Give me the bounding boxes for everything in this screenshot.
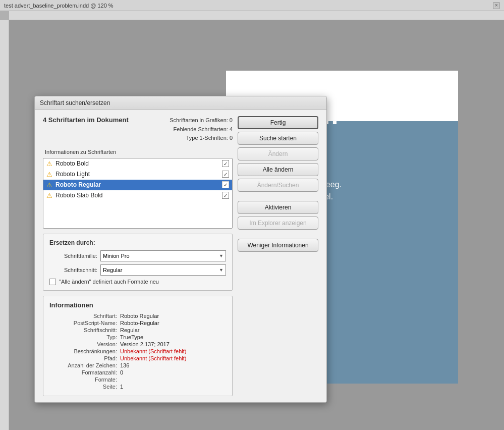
- info-title: Informationen: [49, 301, 226, 309]
- info-row: Seite:1: [49, 384, 226, 390]
- warn-icon-roboto-slab-bold: ⚠: [46, 192, 52, 199]
- info-row: Anzahl der Zeichen:136: [49, 362, 226, 368]
- info-row: Formate:: [49, 377, 226, 383]
- redefine-checkbox[interactable]: [49, 279, 56, 285]
- aendern-suchen-button[interactable]: Ändern/Suchen: [238, 179, 318, 192]
- info-row: Formatanzahl:0: [49, 369, 226, 375]
- weniger-info-button[interactable]: Weniger Informationen: [238, 239, 318, 252]
- stat-in-grafiken: Schriftarten in Grafiken: 0: [170, 116, 233, 125]
- font-checkbox-roboto-bold[interactable]: [222, 160, 229, 167]
- font-list: ⚠ Roboto Bold ⚠ Roboto Light ⚠ Roboto Re…: [43, 158, 233, 229]
- font-name-roboto-slab-bold: Roboto Slab Bold: [55, 192, 222, 199]
- info-rows: Schriftart:Roboto RegularPostScript-Name…: [49, 313, 226, 390]
- replace-section: Ersetzen durch: Schriftfamilie: Minion P…: [43, 234, 233, 291]
- title-bar: test advert_baseline_problem.indd @ 120 …: [0, 0, 504, 11]
- family-field-row: Schriftfamilie: Minion Pro ▼: [49, 250, 226, 261]
- family-arrow-icon: ▼: [219, 253, 223, 258]
- info-row: Typ:TrueType: [49, 334, 226, 340]
- font-name-roboto-regular: Roboto Regular: [55, 181, 222, 188]
- font-checkbox-roboto-light[interactable]: [222, 171, 229, 178]
- font-row-roboto-bold[interactable]: ⚠ Roboto Bold: [43, 158, 232, 169]
- info-row: Version:Version 2.137; 2017: [49, 341, 226, 347]
- fonts-count: 4 Schriftarten im Dokument: [43, 116, 129, 124]
- dialog-title: Schriftart suchen/ersetzen: [35, 96, 326, 110]
- warn-icon-roboto-regular: ⚠: [46, 181, 52, 189]
- dialog-header: 4 Schriftarten im Dokument Schriftarten …: [43, 116, 233, 143]
- font-find-replace-dialog: Schriftart suchen/ersetzen 4 Schriftarte…: [34, 96, 327, 403]
- dialog-right-panel: Fertig Suche starten Ändern Alle ändern …: [238, 116, 318, 396]
- fonts-stats: Schriftarten in Grafiken: 0 Fehlende Sch…: [170, 116, 233, 143]
- alle-aendern-button[interactable]: Alle ändern: [238, 163, 318, 176]
- redefine-label: "Alle ändern" definiert auch Formate neu: [59, 279, 159, 285]
- close-button[interactable]: ×: [493, 2, 500, 9]
- family-label: Schriftfamilie:: [49, 253, 97, 259]
- ruler-horizontal: [9, 11, 504, 20]
- dialog-body: 4 Schriftarten im Dokument Schriftarten …: [35, 110, 326, 402]
- font-checkbox-roboto-slab-bold[interactable]: [222, 192, 229, 199]
- warn-icon-roboto-light: ⚠: [46, 171, 52, 178]
- warn-icon-roboto-bold: ⚠: [46, 160, 52, 168]
- font-checkbox-roboto-regular[interactable]: [222, 181, 229, 188]
- replace-title: Ersetzen durch:: [49, 239, 226, 246]
- info-row: Pfad:Unbekannt (Schriftart fehlt): [49, 355, 226, 361]
- title-bar-text: test advert_baseline_problem.indd @ 120 …: [4, 3, 490, 9]
- im-explorer-button[interactable]: Im Explorer anzeigen: [238, 217, 318, 230]
- fertig-button[interactable]: Fertig: [238, 116, 318, 129]
- font-row-roboto-regular[interactable]: ⚠ Roboto Regular: [43, 180, 232, 190]
- family-value: Minion Pro: [103, 253, 130, 259]
- style-field-row: Schriftschnitt: Regular ▼: [49, 264, 226, 276]
- aktivieren-button[interactable]: Aktivieren: [238, 201, 318, 214]
- redefine-checkbox-row: "Alle ändern" definiert auch Formate neu: [49, 279, 226, 285]
- style-value: Regular: [103, 267, 123, 273]
- font-name-roboto-bold: Roboto Bold: [55, 160, 222, 167]
- style-arrow-icon: ▼: [219, 267, 223, 273]
- stat-fehlende: Fehlende Schriftarten: 4: [170, 125, 233, 134]
- font-list-label: Informationen zu Schriftarten: [43, 148, 233, 156]
- style-select[interactable]: Regular ▼: [100, 264, 226, 276]
- info-section: Informationen Schriftart:Roboto RegularP…: [43, 296, 233, 396]
- ruler-vertical: [0, 20, 9, 430]
- aendern-button[interactable]: Ändern: [238, 147, 318, 160]
- dialog-left-panel: 4 Schriftarten im Dokument Schriftarten …: [43, 116, 233, 396]
- stat-type1: Type 1-Schriften: 0: [170, 134, 233, 143]
- info-row: Schriftart:Roboto Regular: [49, 313, 226, 319]
- font-row-roboto-light[interactable]: ⚠ Roboto Light: [43, 169, 232, 180]
- style-label: Schriftschnitt:: [49, 267, 97, 273]
- font-name-roboto-light: Roboto Light: [55, 171, 222, 178]
- info-row: Schriftschnitt:Regular: [49, 327, 226, 333]
- info-row: Beschränkungen:Unbekannt (Schriftart feh…: [49, 348, 226, 354]
- family-select[interactable]: Minion Pro ▼: [100, 250, 226, 261]
- font-row-roboto-slab-bold[interactable]: ⚠ Roboto Slab Bold: [43, 190, 232, 201]
- suche-starten-button[interactable]: Suche starten: [238, 132, 318, 145]
- info-row: PostScript-Name:Roboto-Regular: [49, 320, 226, 326]
